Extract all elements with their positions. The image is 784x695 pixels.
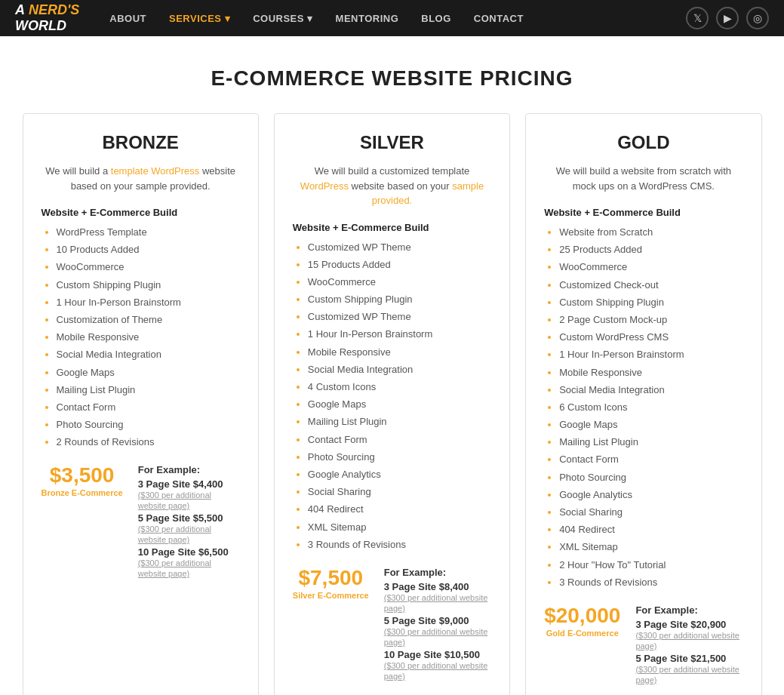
list-item: Social Sharing xyxy=(308,485,491,499)
list-item: Social Media Integration xyxy=(57,348,240,361)
list-item: Website from Scratch xyxy=(559,226,742,239)
gold-price-examples: For Example: 3 Page Site $20,900 ($300 p… xyxy=(635,604,742,687)
list-item: Custom WordPress CMS xyxy=(559,331,742,344)
list-item: XML Sitemap xyxy=(308,521,491,534)
list-item: 1 Hour In-Person Brainstorm xyxy=(57,296,240,309)
list-item: Customization of Theme xyxy=(57,313,240,327)
list-item: Mailing List Plugin xyxy=(57,383,240,397)
bronze-example-1: 3 Page Site $4,400 ($300 per additional … xyxy=(138,478,240,511)
list-item: Photo Sourcing xyxy=(308,451,491,464)
list-item: 2 Page Custom Mock-up xyxy=(559,313,742,327)
list-item: Custom Shipping Plugin xyxy=(308,293,491,306)
list-item: 2 Hour "How To" Tutorial xyxy=(559,558,742,572)
silver-features: Customized WP Theme 15 Products Added Wo… xyxy=(293,241,491,552)
bronze-price-label: Bronze E-Commerce xyxy=(42,487,123,498)
list-item: Mobile Responsive xyxy=(559,366,742,380)
silver-price-label: Silver E-Commerce xyxy=(293,590,369,601)
list-item: Contact Form xyxy=(308,433,491,447)
list-item: Photo Sourcing xyxy=(57,418,240,432)
list-item: Google Maps xyxy=(559,418,742,432)
silver-title: SILVER xyxy=(293,132,491,153)
nav-mentoring[interactable]: MENTORING xyxy=(336,13,399,24)
site-logo[interactable]: A NERD'SWORLD xyxy=(15,2,79,34)
bronze-section-label: Website + E-Commerce Build xyxy=(42,207,240,218)
list-item: 1 Hour In-Person Brainstorm xyxy=(559,348,742,361)
bronze-card: BRONZE We will build a template WordPres… xyxy=(23,113,259,695)
list-item: 404 Redirect xyxy=(559,523,742,537)
list-item: 1 Hour In-Person Brainstorm xyxy=(308,328,491,341)
bronze-price-main: $3,500 Bronze E-Commerce xyxy=(42,464,123,498)
list-item: WordPress Template xyxy=(57,226,240,239)
list-item: Google Maps xyxy=(308,398,491,411)
gold-section-label: Website + E-Commerce Build xyxy=(544,207,742,218)
silver-price-main: $7,500 Silver E-Commerce xyxy=(293,567,369,601)
bronze-features: WordPress Template 10 Products Added Woo… xyxy=(42,226,240,449)
bronze-for-example: For Example: xyxy=(138,464,240,475)
nav-blog[interactable]: BLOG xyxy=(421,13,451,24)
list-item: 10 Products Added xyxy=(57,243,240,257)
list-item: 3 Rounds of Revisions xyxy=(308,538,491,552)
silver-example-1: 3 Page Site $8,400 ($300 per additional … xyxy=(384,581,491,614)
list-item: WooCommerce xyxy=(308,275,491,289)
nav-contact[interactable]: CONTACT xyxy=(474,13,524,24)
list-item: Custom Shipping Plugin xyxy=(57,278,240,292)
list-item: 15 Products Added xyxy=(308,258,491,272)
twitter-icon[interactable]: 𝕏 xyxy=(686,7,709,29)
silver-description: We will build a customized template Word… xyxy=(293,164,491,208)
list-item: WooCommerce xyxy=(559,260,742,274)
list-item: 4 Custom Icons xyxy=(308,380,491,394)
list-item: Google Analytics xyxy=(308,468,491,481)
gold-description: We will build a website from scratch wit… xyxy=(544,164,742,193)
youtube-icon[interactable]: ▶ xyxy=(716,7,739,29)
gold-price-main: $20,000 Gold E-Commerce xyxy=(544,604,620,638)
list-item: 3 Rounds of Revisions xyxy=(559,576,742,589)
instagram-icon[interactable]: ◎ xyxy=(746,7,769,29)
silver-card: SILVER We will build a customized templa… xyxy=(274,113,510,695)
navbar: A NERD'SWORLD ABOUT SERVICES ▾ COURSES ▾… xyxy=(0,0,784,36)
list-item: Contact Form xyxy=(57,401,240,414)
bronze-price-examples: For Example: 3 Page Site $4,400 ($300 pe… xyxy=(138,464,240,580)
silver-price-amount: $7,500 xyxy=(293,567,369,590)
nav-services[interactable]: SERVICES ▾ xyxy=(169,13,230,24)
list-item: XML Sitemap xyxy=(559,540,742,554)
gold-price-amount: $20,000 xyxy=(544,604,620,628)
bronze-description: We will build a template WordPress websi… xyxy=(42,164,240,193)
gold-card: GOLD We will build a website from scratc… xyxy=(525,113,761,695)
pricing-grid: BRONZE We will build a template WordPres… xyxy=(8,113,777,695)
list-item: Mailing List Plugin xyxy=(559,435,742,449)
silver-example-2: 5 Page Site $9,000 ($300 per additional … xyxy=(384,615,491,647)
gold-for-example: For Example: xyxy=(635,604,742,616)
list-item: Photo Sourcing xyxy=(559,471,742,484)
list-item: Google Maps xyxy=(57,366,240,380)
nav-about[interactable]: ABOUT xyxy=(109,13,146,24)
silver-pricing-footer: $7,500 Silver E-Commerce For Example: 3 … xyxy=(293,567,491,683)
gold-pricing-footer: $20,000 Gold E-Commerce For Example: 3 P… xyxy=(544,604,742,687)
nav-social-icons: 𝕏 ▶ ◎ xyxy=(686,7,769,29)
silver-example-3: 10 Page Site $10,500 ($300 per additiona… xyxy=(384,649,491,681)
nav-courses[interactable]: COURSES ▾ xyxy=(253,13,312,24)
nav-links: ABOUT SERVICES ▾ COURSES ▾ MENTORING BLO… xyxy=(109,13,686,24)
list-item: Social Media Integration xyxy=(559,383,742,397)
list-item: 6 Custom Icons xyxy=(559,401,742,414)
page-title: E-COMMERCE WEBSITE PRICING xyxy=(0,36,784,113)
list-item: Social Sharing xyxy=(559,506,742,519)
gold-example-1: 3 Page Site $20,900 ($300 per additional… xyxy=(635,619,742,651)
list-item: Google Analytics xyxy=(559,488,742,502)
silver-for-example: For Example: xyxy=(384,567,491,578)
gold-price-label: Gold E-Commerce xyxy=(544,628,620,638)
list-item: Customized WP Theme xyxy=(308,310,491,324)
list-item: 25 Products Added xyxy=(559,243,742,257)
gold-features: Website from Scratch 25 Products Added W… xyxy=(544,226,742,589)
silver-section-label: Website + E-Commerce Build xyxy=(293,222,491,233)
list-item: Customized Check-out xyxy=(559,278,742,292)
bronze-title: BRONZE xyxy=(42,132,240,153)
list-item: Customized WP Theme xyxy=(308,241,491,254)
gold-title: GOLD xyxy=(544,132,742,153)
list-item: WooCommerce xyxy=(57,260,240,274)
bronze-example-2: 5 Page Site $5,500 ($300 per additional … xyxy=(138,512,240,545)
bronze-example-3: 10 Page Site $6,500 ($300 per additional… xyxy=(138,546,240,579)
list-item: 404 Redirect xyxy=(308,503,491,516)
silver-price-examples: For Example: 3 Page Site $8,400 ($300 pe… xyxy=(384,567,491,683)
list-item: Mobile Responsive xyxy=(57,331,240,344)
list-item: Mobile Responsive xyxy=(308,346,491,359)
